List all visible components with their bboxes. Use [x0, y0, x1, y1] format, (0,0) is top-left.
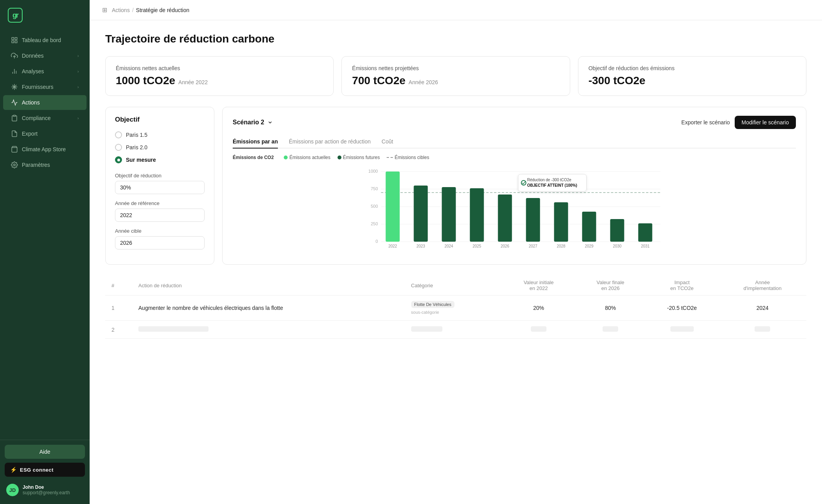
chart-tooltip [518, 174, 587, 191]
radio-circle [115, 144, 122, 151]
svg-text:0: 0 [375, 239, 378, 244]
row-valeur-initiale: 20% [502, 295, 575, 321]
logo-mark: gr [8, 8, 23, 23]
export-scenario-button[interactable]: Exporter le scénario [681, 119, 730, 126]
scenario-selector[interactable]: Scénario 2 [233, 119, 273, 126]
sidebar-item-label: Tableau de bord [22, 37, 61, 43]
legend-label: Émissions actuelles [289, 155, 330, 160]
tab-emissions-par-an[interactable]: Émissions par an [233, 135, 278, 149]
legend-actuelles: Émissions actuelles [284, 155, 330, 160]
row-action: Augmenter le nombre de véhicules électri… [132, 295, 405, 321]
user-info: John Doe support@greenly.earth [23, 485, 70, 495]
category-badge: Flotte De Véhicules [411, 301, 454, 308]
metric-label: Émissions nettes projettées [352, 65, 559, 71]
radio-sur-mesure[interactable]: Sur mesure [115, 156, 205, 163]
svg-text:750: 750 [371, 186, 378, 191]
legend-label: Émissions cibles [394, 155, 429, 160]
field-label: Année cible [115, 228, 205, 234]
objectif-panel: Objectif Paris 1.5 Paris 2.0 Sur mesure [105, 107, 214, 265]
legend-dot-actuelles [284, 156, 288, 159]
annee-cible-input[interactable] [115, 236, 205, 249]
objectif-reduction-input[interactable] [115, 181, 205, 194]
radio-circle [115, 131, 122, 138]
sidebar-item-tableau-de-bord[interactable]: Tableau de bord [3, 33, 87, 48]
bottom-row: Objectif Paris 1.5 Paris 2.0 Sur mesure [105, 107, 806, 265]
svg-text:2023: 2023 [416, 244, 425, 248]
svg-rect-12 [13, 115, 16, 117]
sidebar-item-label: Actions [22, 99, 40, 106]
sidebar: gr Tableau de bord Données › Analyses › … [0, 0, 90, 504]
sidebar-item-parametres[interactable]: Paramètres [3, 157, 87, 172]
asterisk-icon [11, 83, 18, 90]
row-valeur-finale: 80% [576, 295, 645, 321]
sidebar-item-fournisseurs[interactable]: Fournisseurs › [3, 80, 87, 94]
radio-circle-checked [115, 156, 122, 163]
sidebar-item-label: Compliance [22, 115, 51, 121]
field-label: Objectif de réduction [115, 173, 205, 179]
annee-reference-input[interactable] [115, 209, 205, 222]
sidebar-logo: gr [0, 0, 90, 29]
bar-2029 [582, 212, 596, 242]
metric-sub: Année 2022 [179, 79, 208, 85]
radio-label: Paris 2.0 [126, 144, 147, 150]
row-num: 2 [105, 321, 132, 339]
row-category-skeleton [405, 321, 502, 339]
chart-svg-wrap: 1000 750 500 250 0 [233, 166, 796, 253]
field-annee-reference: Année de référence [115, 200, 205, 222]
metric-label: Objectif de réduction des émissions [589, 65, 796, 71]
bar-2031 [638, 223, 652, 242]
esg-icon: ⚡ [10, 467, 17, 473]
sidebar-item-label: Climate App Store [22, 146, 66, 152]
metric-number: 700 tCO2e [352, 74, 405, 87]
radio-label: Sur mesure [126, 157, 156, 163]
emissions-co2-label: Émissions de CO2 [233, 155, 274, 160]
user-profile[interactable]: JD John Doe support@greenly.earth [5, 481, 85, 499]
store-icon [11, 146, 18, 153]
file-icon [11, 130, 18, 137]
sidebar-item-label: Export [22, 131, 37, 137]
chart-actions: Exporter le scénario Modifier le scénari… [681, 116, 796, 129]
col-categorie: Catégorie [405, 276, 502, 295]
table-row: 1 Augmenter le nombre de véhicules élect… [105, 295, 806, 321]
svg-text:1000: 1000 [368, 169, 378, 173]
legend-futures: Émissions futures [338, 155, 380, 160]
svg-rect-0 [12, 37, 14, 39]
esg-connect-banner[interactable]: ⚡ ESG connect [5, 463, 85, 477]
breadcrumb-separator: / [132, 7, 134, 13]
metric-card-current: Émissions nettes actuelles 1000 tCO2e An… [105, 56, 334, 96]
radio-paris15[interactable]: Paris 1.5 [115, 131, 205, 138]
user-email: support@greenly.earth [23, 490, 70, 495]
bar-chart-icon [11, 68, 18, 75]
chart-tabs: Émissions par an Émissions par action de… [233, 135, 796, 149]
sidebar-item-climate-app-store[interactable]: Climate App Store [3, 142, 87, 157]
svg-text:2030: 2030 [613, 244, 622, 248]
sidebar-item-donnees[interactable]: Données › [3, 48, 87, 63]
row-action-skeleton [132, 321, 405, 339]
help-button[interactable]: Aide [5, 445, 85, 459]
modify-scenario-button[interactable]: Modifier le scénario [735, 116, 796, 129]
chart-panel: Scénario 2 Exporter le scénario Modifier… [222, 107, 806, 265]
bar-2023 [414, 186, 428, 242]
row-num: 1 [105, 295, 132, 321]
sidebar-item-compliance[interactable]: Compliance › [3, 111, 87, 126]
radio-paris20[interactable]: Paris 2.0 [115, 144, 205, 151]
sidebar-item-analyses[interactable]: Analyses › [3, 64, 87, 79]
sidebar-item-export[interactable]: Export [3, 126, 87, 141]
tab-cout[interactable]: Coût [382, 135, 393, 149]
sidebar-item-actions[interactable]: Actions [3, 95, 87, 110]
activity-icon [11, 99, 18, 106]
svg-rect-1 [15, 37, 17, 39]
breadcrumb-current: Stratégie de réduction [136, 7, 189, 13]
bar-2025 [470, 188, 484, 242]
metric-number: -300 tCO2e [589, 74, 645, 87]
tooltip-check-circle [521, 180, 526, 185]
field-objectif-reduction: Objectif de réduction [115, 173, 205, 194]
sidebar-item-label: Analyses [22, 68, 44, 74]
col-num: # [105, 276, 132, 295]
bar-chart-svg: 1000 750 500 250 0 [233, 166, 796, 251]
breadcrumb-parent[interactable]: Actions [112, 7, 130, 13]
metric-card-objective: Objectif de réduction des émissions -300… [578, 56, 806, 96]
metric-card-projected: Émissions nettes projettées 700 tCO2e An… [341, 56, 570, 96]
tab-emissions-par-action[interactable]: Émissions par action de réduction [289, 135, 371, 149]
row-annee: 2024 [719, 295, 806, 321]
